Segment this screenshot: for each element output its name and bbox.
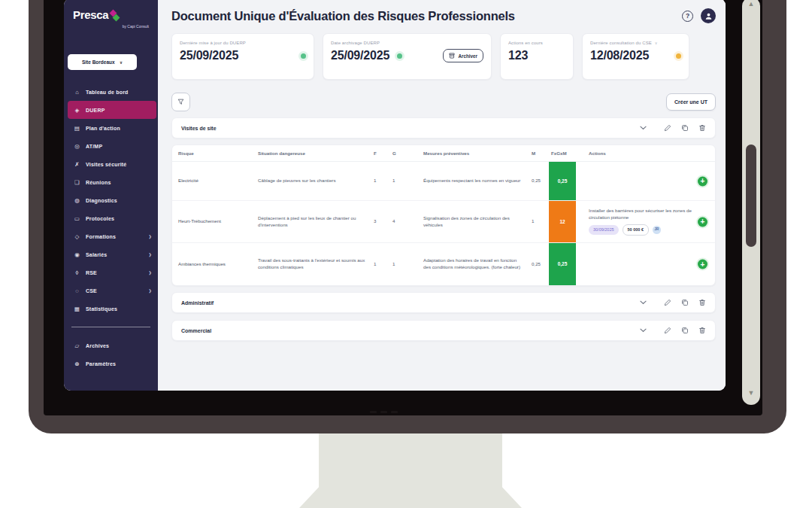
status-dot-amber <box>676 53 681 59</box>
delete-icon[interactable] <box>698 327 706 334</box>
create-ut-button[interactable]: Créer une UT <box>666 93 716 111</box>
sidebar-item-salaries[interactable]: ◉ Salariés ❯ <box>64 245 158 263</box>
sidebar-item-plan-daction[interactable]: ▤ Plan d'action <box>64 119 158 137</box>
stat-card-consultation-cse: Dernière consultation du CSE ∨ 12/08/202… <box>582 33 689 80</box>
duplicate-icon[interactable] <box>681 124 689 132</box>
people-icon: ◉ <box>74 251 80 258</box>
sidebar-item-label: Statistiques <box>86 306 117 312</box>
filter-button[interactable] <box>171 93 190 111</box>
stat-card-derniere-maj: Dernière mise à jour du DUERP 25/09/2025 <box>171 33 314 80</box>
scroll-down-icon[interactable]: ▼ <box>742 387 760 399</box>
score-badge: 0,25 <box>549 243 576 285</box>
action-cost-badge: 50 000 € <box>623 224 649 236</box>
add-action-button[interactable]: + <box>698 217 707 227</box>
sidebar-item-visites-securite[interactable]: ✗ Visites sécurité <box>64 155 158 173</box>
page: Presca by Capi Consult Site Bordeaux ∨ ⌂ <box>0 0 812 508</box>
sidebar-menu: ⌂ Tableau de bord ◈ DUERP ▤ Plan d'actio… <box>64 83 158 373</box>
help-button[interactable]: ? <box>682 11 693 22</box>
edit-icon[interactable] <box>664 327 671 334</box>
stat-value: 25/09/2025 <box>331 49 389 62</box>
duplicate-icon[interactable] <box>681 327 689 334</box>
sidebar-item-label: Tableau de bord <box>86 90 129 95</box>
risk-table: Risque Situation dangereuse F G Mesures … <box>171 144 716 286</box>
clipboard-icon: ▤ <box>74 125 80 132</box>
stat-value: 123 <box>508 49 528 62</box>
sidebar-item-label: Diagnostics <box>86 198 117 203</box>
col-f: F <box>371 151 389 156</box>
shield-icon: ◈ <box>74 107 80 114</box>
stat-cards: Dernière mise à jour du DUERP 25/09/2025… <box>171 33 716 80</box>
delete-icon[interactable] <box>698 124 706 132</box>
sidebar-item-label: Visites sécurité <box>86 162 126 167</box>
cell-m: 1 <box>529 218 549 225</box>
home-icon: ⌂ <box>74 89 80 96</box>
bulb-icon: ◌ <box>74 287 80 294</box>
scroll-up-icon[interactable]: ▲ <box>742 0 760 10</box>
chevron-right-icon: ❯ <box>149 288 152 293</box>
chevron-down-icon[interactable] <box>640 328 647 333</box>
sidebar-item-label: RSE <box>86 270 97 275</box>
col-fxgxm: FxGxM <box>549 151 582 156</box>
sidebar-item-cse[interactable]: ◌ CSE ❯ <box>64 281 158 300</box>
stat-value: 25/09/2025 <box>180 49 238 62</box>
sidebar-item-diagnostics[interactable]: ◍ Diagnostics <box>64 191 158 209</box>
add-action-button[interactable]: + <box>698 260 707 269</box>
edit-icon[interactable] <box>664 299 671 306</box>
chevron-right-icon: ❯ <box>149 252 152 257</box>
sidebar-item-formations[interactable]: ◇ Formations ❯ <box>64 227 158 245</box>
scrollbar-handle[interactable] <box>746 144 756 247</box>
chevron-down-icon: ∨ <box>655 41 658 45</box>
toolbar: Créer une UT <box>171 93 716 111</box>
duplicate-icon[interactable] <box>681 299 689 306</box>
sidebar-item-label: CSE <box>86 288 97 294</box>
stats-icon: ▦ <box>74 306 80 312</box>
col-situation: Situation dangereuse <box>252 151 371 156</box>
graduation-icon: ◇ <box>74 233 80 240</box>
edit-icon[interactable] <box>664 124 671 132</box>
col-actions: Actions <box>582 151 715 156</box>
cell-risque: Ambiances thermiques <box>172 261 252 268</box>
document-icon: ▭ <box>74 215 80 222</box>
archive-button[interactable]: Archiver <box>443 49 483 62</box>
cell-mesures: Équipements respectant les normes en vig… <box>417 178 529 184</box>
sidebar-item-tableau-de-bord[interactable]: ⌂ Tableau de bord <box>64 83 158 101</box>
sidebar-item-label: DUERP <box>86 108 105 113</box>
status-dot-green <box>301 53 306 59</box>
chevron-down-icon: ∨ <box>120 60 123 65</box>
section-visites-de-site[interactable]: Visites de site <box>171 117 716 138</box>
sidebar-item-reunions[interactable]: ❏ Réunions <box>64 173 158 191</box>
sidebar-item-duerp[interactable]: ◈ DUERP <box>68 101 156 119</box>
chevron-right-icon: ❯ <box>149 270 152 275</box>
delete-icon[interactable] <box>698 299 706 306</box>
sidebar-divider <box>71 327 150 327</box>
cell-mesures: Signalisation des zones de circulation d… <box>417 215 529 228</box>
sidebar-item-rse[interactable]: ◊ RSE ❯ <box>64 263 158 281</box>
sidebar-item-statistiques[interactable]: ▦ Statistiques <box>64 300 158 318</box>
section-commercial[interactable]: Commercial <box>171 320 716 341</box>
crossed-tools-icon: ✗ <box>74 161 80 168</box>
cell-actions: Installer des barrières pour sécuriser l… <box>582 208 715 236</box>
scrollbar[interactable]: ▲ ▼ <box>742 0 760 405</box>
cell-risque: Heurt-Trébuchement <box>172 218 252 225</box>
sidebar-item-archives[interactable]: ▱ Archives <box>64 336 158 354</box>
sidebar-item-parametres[interactable]: ⊛ Paramètres <box>64 354 158 373</box>
target-icon: ◎ <box>74 143 80 150</box>
chevron-down-icon[interactable] <box>640 126 647 130</box>
section-administratif[interactable]: Administratif <box>171 292 716 313</box>
help-icon: ? <box>686 12 689 20</box>
sidebar-item-protocoles[interactable]: ▭ Protocoles <box>64 209 158 227</box>
archive-button-label: Archiver <box>458 53 477 59</box>
funnel-icon <box>177 99 184 105</box>
chevron-down-icon[interactable] <box>640 300 647 305</box>
site-selector[interactable]: Site Bordeaux ∨ <box>68 54 137 70</box>
sidebar-item-atmp[interactable]: ◎ AT/MP <box>64 137 158 155</box>
sidebar-item-label: Protocoles <box>86 216 114 221</box>
add-action-button[interactable]: + <box>698 176 707 186</box>
section-title: Administratif <box>181 300 214 306</box>
table-row: Ambiances thermiques Travail des sous-tr… <box>172 243 715 285</box>
droplet-icon: ◊ <box>74 269 80 276</box>
cell-f: 3 <box>371 218 389 225</box>
sidebar-item-label: Réunions <box>86 180 111 185</box>
user-avatar[interactable] <box>701 8 716 23</box>
cell-g: 1 <box>389 178 417 184</box>
